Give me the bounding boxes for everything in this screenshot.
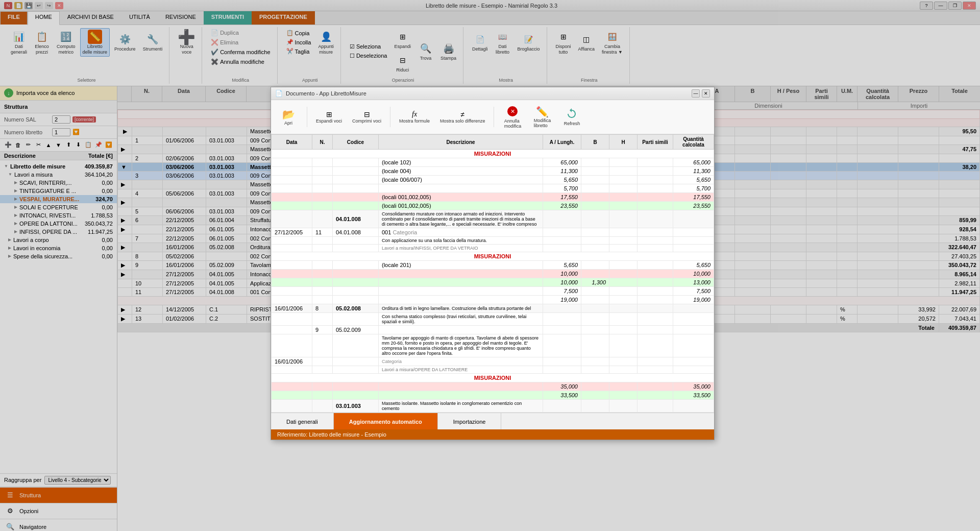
modal-sep-2 (390, 107, 390, 127)
list-item[interactable]: (locale 201) 5,650 5,650 (272, 261, 714, 270)
modal-col-b: B (581, 135, 609, 150)
modal-sep-1 (307, 107, 307, 127)
modal-titlebar: 📄 Documento - App LibrettoMisure — ✕ (271, 87, 714, 100)
modal-apri-btn[interactable]: 📂 Apri (275, 106, 302, 128)
modal-col-n: N. (312, 135, 333, 150)
modal-comprimi-label: Comprimi voci (352, 118, 381, 124)
misurazioni-1: MISURAZIONI (272, 150, 714, 158)
list-item[interactable]: 16/01/2006 Categoria (272, 357, 714, 366)
modal-differenze-btn[interactable]: ≠ Mostra solo differenze (436, 108, 488, 126)
modal-espandi-icon: ⊞ (326, 110, 332, 118)
modal-documento: 📄 Documento - App LibrettoMisure — ✕ 📂 A… (271, 87, 715, 440)
list-item[interactable]: MISURAZIONI (272, 252, 714, 261)
modifica-libretto-label: Modificalibretto (534, 118, 551, 128)
list-item[interactable]: 03.01.003 Massetto isolante. Massetto is… (272, 400, 714, 413)
modal-sep-3 (494, 107, 494, 127)
misurazioni-2: MISURAZIONI (272, 252, 714, 261)
modal-col-codice: Codice (333, 135, 379, 150)
list-item[interactable]: 19,000 19,000 (272, 296, 714, 304)
modal-tab-dati-label: Dati generali (286, 419, 318, 425)
modal-annulla-btn[interactable]: ✕ Annullamodifica (499, 103, 526, 131)
modal-tab-importazione-label: Importazione (453, 419, 486, 425)
modal-close-btn[interactable]: ✕ (702, 89, 710, 98)
list-item[interactable]: 16/01/2006 8 05.02.008 Orditura di tetti… (272, 304, 714, 313)
modal-ref-text: Riferimento: Libretto delle misure - Ese… (277, 431, 386, 438)
annulla-modifica-label: Annullamodifica (504, 118, 522, 129)
list-item[interactable]: (locali 001,002,005) 23,550 23,550 (272, 202, 714, 210)
modal-comprimi-icon: ⊟ (364, 110, 370, 118)
modal-espandi-label: Espandi voci (316, 118, 342, 124)
apri-icon: 📂 (282, 108, 295, 120)
modal-header-row: Data N. Codice Descrizione A / Lungh. B … (272, 135, 714, 150)
modal-tab-dati[interactable]: Dati generali (271, 413, 334, 429)
modal-win-btns: — ✕ (692, 89, 710, 98)
modal-overlay: 📄 Documento - App LibrettoMisure — ✕ 📂 A… (0, 0, 980, 531)
modal-comprimi-btn[interactable]: ⊟ Comprimi voci (349, 108, 385, 126)
formule-label: Mostra formule (399, 118, 430, 124)
list-item[interactable]: (locale 004) 11,300 11,300 (272, 167, 714, 176)
list-item[interactable]: (locali 001,002,005) 17,550 17,550 (272, 193, 714, 202)
differenze-label: Mostra solo differenze (440, 118, 485, 124)
list-item[interactable]: Con applicazione su una sola faccia dell… (272, 237, 714, 245)
modal-minimize-btn[interactable]: — (692, 89, 700, 98)
svg-text:✕: ✕ (510, 108, 515, 114)
list-item[interactable]: 35,000 35,000 (272, 382, 714, 391)
list-item[interactable]: (locale 102) 65,000 65,000 (272, 158, 714, 167)
list-item[interactable]: MISURAZIONI (272, 374, 714, 382)
misurazioni-3: MISURAZIONI (272, 374, 714, 382)
modal-modifica-libretto-btn[interactable]: ✏️ Modificalibretto (529, 104, 555, 130)
modal-espandi-btn[interactable]: ⊞ Espandi voci (312, 108, 346, 126)
modal-col-qty: Quantità calcolata (673, 135, 714, 150)
refresh-label: Refresh (564, 121, 580, 126)
modal-tab-importazione[interactable]: Importazione (438, 413, 502, 429)
formule-icon: fx (412, 110, 417, 118)
list-item[interactable]: Con schema statico complesso (travi reti… (272, 313, 714, 326)
list-item[interactable]: 04.01.008 Consolidamento murature con in… (272, 210, 714, 228)
modal-tab-aggiornamento-label: Aggiornamento automatico (349, 419, 422, 425)
modal-content: Data N. Codice Descrizione A / Lungh. B … (271, 134, 714, 413)
list-item[interactable]: Tavolame per appoggio di manto di copert… (272, 334, 714, 357)
differenze-icon: ≠ (460, 110, 464, 118)
list-item[interactable]: 7,500 7,500 (272, 287, 714, 296)
apri-label: Apri (284, 120, 292, 126)
list-item[interactable]: 10,000 10,000 (272, 270, 714, 278)
modal-table: Data N. Codice Descrizione A / Lungh. B … (271, 134, 714, 413)
modal-formule-btn[interactable]: fx Mostra formule (396, 108, 433, 126)
list-item[interactable]: Lavori a misura/INFISSI, OPERE DA VETRAI… (272, 245, 714, 252)
modal-col-parti: Parti simili (638, 135, 673, 150)
list-item[interactable]: (locale 006/007) 5,650 5,650 (272, 176, 714, 184)
modal-ref-bar: Riferimento: Libretto delle misure - Ese… (271, 429, 714, 440)
refresh-icon (566, 108, 578, 121)
modal-col-h: H (609, 135, 638, 150)
list-item[interactable]: Lavori a misura/OPERE DA LATTONIERE (272, 366, 714, 374)
modal-col-a: A / Lungh. (543, 135, 581, 150)
modal-toolbar: 📂 Apri ⊞ Espandi voci ⊟ Comprimi voci fx… (271, 100, 714, 134)
modal-col-data: Data (272, 135, 312, 150)
modal-refresh-btn[interactable]: Refresh (558, 106, 585, 128)
modifica-libretto-icon: ✏️ (536, 106, 549, 118)
list-item[interactable]: 5,700 5,700 (272, 184, 714, 193)
list-item[interactable]: 33,500 33,500 (272, 391, 714, 400)
list-item[interactable]: MISURAZIONI (272, 150, 714, 158)
modal-title-text: Documento - App LibrettoMisure (286, 90, 366, 96)
modal-col-descrizione: Descrizione (379, 135, 543, 150)
list-item[interactable]: 10,000 1,300 13,000 (272, 278, 714, 287)
modal-tab-aggiornamento[interactable]: Aggiornamento automatico (334, 413, 438, 429)
modal-title-left: 📄 Documento - App LibrettoMisure (275, 90, 366, 97)
list-item[interactable]: 27/12/2005 11 04.01.008 001 Categoria (272, 228, 714, 237)
annulla-modifica-icon: ✕ (506, 105, 519, 118)
list-item[interactable]: 9 05.02.009 (272, 326, 714, 334)
modal-app-icon: 📄 (275, 90, 283, 97)
modal-tabs: Dati generali Aggiornamento automatico I… (271, 413, 714, 429)
